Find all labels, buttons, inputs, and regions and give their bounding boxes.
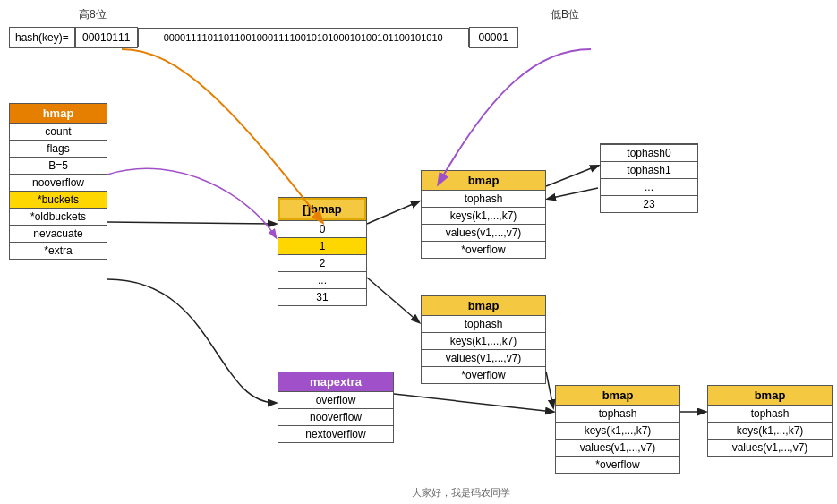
svg-line-5 — [546, 372, 553, 407]
bmap2-row-values: values(v1,...,v7) — [422, 349, 545, 366]
hmap-row-nevacuate: nevacuate — [10, 225, 107, 242]
bmap1-row-keys: keys(k1,...,k7) — [422, 207, 545, 224]
mapextra-header: mapextra — [278, 372, 393, 391]
bmap2-row-overflow: *overflow — [422, 366, 545, 383]
tophash-row-ellipsis: ... — [601, 178, 697, 195]
hmap-row-nooverflow: nooverflow — [10, 174, 107, 191]
bmap3-row-overflow: *overflow — [556, 456, 679, 473]
mapextra-row-nextoverflow: nextoverflow — [278, 425, 393, 442]
hmap-row-oldbuckets: *oldbuckets — [10, 208, 107, 225]
bmap4-row-keys: keys(k1,...,k7) — [708, 422, 832, 439]
bmap1-row-values: values(v1,...,v7) — [422, 224, 545, 241]
bmap3-header: bmap — [556, 386, 679, 405]
bmap1-header: bmap — [422, 171, 545, 190]
svg-line-3 — [546, 166, 598, 186]
tophash-row-1: tophash1 — [601, 161, 697, 178]
diagram-container: 高8位 低B位 hash(key)= 00010111 000011110110… — [0, 0, 837, 504]
hash-high-value: 00010111 — [75, 27, 138, 48]
bmap-arr-row-0: 0 — [278, 220, 366, 237]
high8-label: 高8位 — [79, 7, 107, 22]
svg-line-0 — [107, 222, 276, 224]
lowB-label: 低B位 — [551, 7, 579, 22]
bmap3-box: bmap tophash keys(k1,...,k7) values(v1,.… — [555, 385, 680, 474]
hmap-row-count: count — [10, 123, 107, 140]
bmap4-row-tophash: tophash — [708, 405, 832, 422]
mapextra-box: mapextra overflow nooverflow nextoverflo… — [278, 372, 394, 443]
mapextra-row-overflow: overflow — [278, 391, 393, 408]
bmap1-box: bmap tophash keys(k1,...,k7) values(v1,.… — [421, 170, 546, 259]
bmap-arr-row-1: 1 — [278, 237, 366, 254]
bmap1-row-overflow: *overflow — [422, 241, 545, 258]
hash-row: hash(key)= 00010111 00001111011011001000… — [9, 27, 518, 48]
hash-middle-value: 0000111101101100100011110010101000101001… — [138, 28, 469, 47]
hmap-row-B: B=5 — [10, 157, 107, 174]
bmap4-header: bmap — [708, 386, 832, 405]
svg-line-1 — [367, 201, 419, 224]
tophash-box: tophash0 tophash1 ... 23 — [600, 143, 698, 213]
svg-line-2 — [367, 278, 419, 322]
hmap-header: hmap — [10, 104, 107, 123]
svg-line-7 — [394, 394, 553, 412]
hmap-box: hmap count flags B=5 nooverflow *buckets… — [9, 103, 107, 260]
bmap2-box: bmap tophash keys(k1,...,k7) values(v1,.… — [421, 295, 546, 384]
bmap2-header: bmap — [422, 296, 545, 315]
hash-key-label: hash(key)= — [9, 27, 75, 48]
tophash-row-23: 23 — [601, 195, 697, 212]
hmap-row-buckets: *buckets — [10, 191, 107, 208]
watermark: 大家好，我是码农同学 — [412, 486, 510, 500]
bmap3-row-keys: keys(k1,...,k7) — [556, 422, 679, 439]
svg-line-4 — [548, 188, 598, 199]
hmap-row-flags: flags — [10, 140, 107, 157]
bmap2-row-keys: keys(k1,...,k7) — [422, 332, 545, 349]
bmap-array-box: []bmap 0 1 2 ... 31 — [278, 197, 367, 306]
bmap-arr-header: []bmap — [278, 198, 366, 220]
bmap3-row-tophash: tophash — [556, 405, 679, 422]
bmap-arr-row-ellipsis: ... — [278, 271, 366, 288]
hash-low-value: 00001 — [469, 27, 518, 48]
bmap4-row-values: values(v1,...,v7) — [708, 439, 832, 456]
bmap2-row-tophash: tophash — [422, 315, 545, 332]
hmap-row-extra: *extra — [10, 242, 107, 259]
tophash-row-0: tophash0 — [601, 144, 697, 161]
mapextra-row-nooverflow: nooverflow — [278, 408, 393, 425]
bmap-arr-row-31: 31 — [278, 288, 366, 305]
bmap3-row-values: values(v1,...,v7) — [556, 439, 679, 456]
bmap4-box: bmap tophash keys(k1,...,k7) values(v1,.… — [707, 385, 833, 457]
bmap-arr-row-2: 2 — [278, 254, 366, 271]
bmap1-row-tophash: tophash — [422, 190, 545, 207]
